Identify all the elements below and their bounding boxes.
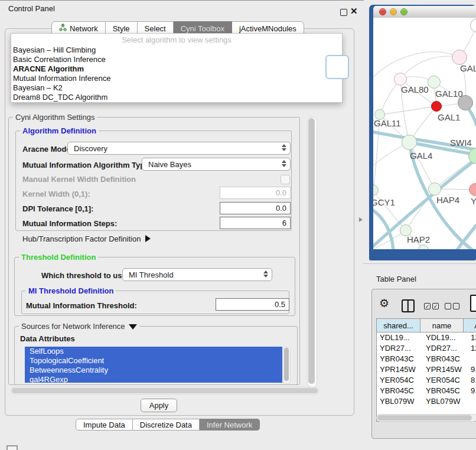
algorithm-dropdown-item[interactable]: Dream8 DC_TDC Algorithm	[12, 93, 249, 102]
table-row[interactable]: YBR043C YBR043C	[377, 354, 476, 364]
node-label-gal11: GAL11	[374, 118, 401, 128]
attribute-list-item[interactable]: SelfLoops	[25, 347, 282, 356]
node-label-swi4: SWI4	[450, 138, 472, 148]
window-top-border	[0, 0, 364, 1]
network-node-salmon-node[interactable]	[469, 183, 476, 196]
node-table: shared...nameA YDL19... YDL19... 13 YDR2…	[376, 318, 476, 422]
table-row[interactable]: YBL079W YBL079W	[377, 396, 476, 407]
combo-stepper-icon	[282, 144, 286, 151]
network-node-gal4[interactable]	[402, 135, 417, 150]
collapse-down-icon	[129, 324, 137, 330]
node-label-gal10: GAL10	[435, 89, 463, 99]
node-label-gal4: GAL4	[410, 151, 432, 161]
node-label-salmon-node: Y	[471, 196, 476, 206]
network-canvas[interactable]: GAL7GAL80GAL10GAL1GAL11GAL4SWI4HAP4YGCY1…	[373, 18, 476, 249]
table-row[interactable]: YDR27... YDR27... 12	[377, 343, 476, 354]
table-row[interactable]: YDL19... YDL19... 13	[377, 332, 476, 343]
sources-title[interactable]: Sources for Network Inference	[19, 322, 139, 331]
mi-threshold-title: MI Threshold Definition	[26, 286, 116, 295]
columns-icon[interactable]	[402, 299, 415, 312]
kernel-width-input[interactable]: 0.0	[220, 187, 291, 199]
tab-impute-data[interactable]: Impute Data	[76, 419, 133, 431]
attribute-list-item[interactable]: gal4RGexp	[25, 375, 282, 383]
algorithm-dropdown-item[interactable]: Basic Correlation Inference	[12, 55, 249, 64]
control-panel-title: Control Panel	[8, 4, 55, 13]
attribute-list-item[interactable]: TopologicalCoefficient	[25, 356, 282, 366]
table-row[interactable]: YBR045C YBR045C 9.	[377, 386, 476, 396]
minimized-panel-icon[interactable]	[6, 445, 18, 450]
dpi-tolerance-label: DPI Tolerance [0,1]:	[22, 204, 93, 213]
focused-field[interactable]	[325, 55, 349, 79]
zoom-traffic-light[interactable]	[400, 8, 407, 15]
select-all-checks-icon[interactable]: ✓ ✓	[424, 303, 439, 309]
gear-icon[interactable]: ⚙	[379, 296, 389, 310]
float-window-icon[interactable]	[340, 9, 347, 16]
table-row[interactable]: YER054C YER054C 8.	[377, 375, 476, 386]
aracne-mode-label: Aracne Mode:	[22, 145, 73, 154]
apply-button[interactable]: Apply	[141, 399, 177, 412]
minimize-traffic-light[interactable]	[390, 8, 397, 15]
dpi-tolerance-input[interactable]: 0.0	[220, 202, 291, 214]
algorithm-dropdown-item[interactable]: Bayesian – Hill Climbing	[12, 45, 249, 55]
algorithm-dropdown-item[interactable]: Mutual Information Inference	[12, 74, 249, 83]
which-threshold-label: Which threshold to use:	[41, 271, 129, 280]
table-column-header[interactable]: A	[464, 319, 476, 332]
network-window-titlebar[interactable]	[373, 6, 476, 18]
table-panel-body: ⚙ ✓ ✓ shared...nameA YDL19... YDL19... 1…	[371, 289, 476, 439]
table-row[interactable]: YLR345W YLR345W 9.	[377, 407, 476, 408]
aracne-mode-select[interactable]: Discovery	[67, 142, 291, 155]
algorithm-dropdown-item[interactable]: ARACNE Algorithm	[12, 64, 249, 74]
network-node-gal80[interactable]	[394, 73, 407, 86]
deselect-all-checks-icon[interactable]	[445, 303, 459, 309]
close-icon[interactable]: ✕	[350, 6, 358, 17]
expand-right-icon	[145, 235, 151, 242]
table-column-header[interactable]: shared...	[377, 319, 420, 332]
network-icon	[59, 24, 67, 33]
table-panel-divider	[363, 263, 476, 264]
attributes-scrollbar-thumb[interactable]	[284, 348, 289, 381]
table-horizontal-scrollbar-thumb[interactable]	[377, 415, 472, 420]
kernel-width-label: Kernel Width (0,1):	[22, 190, 90, 198]
tab-infer-network[interactable]: Infer Network	[200, 419, 260, 431]
network-node-partial-bottom[interactable]	[418, 244, 429, 249]
mi-threshold-input[interactable]: 0.5	[216, 298, 289, 311]
tab-discretize-data[interactable]: Discretize Data	[133, 419, 200, 431]
mi-algorithm-type-label: Mutual Information Algorithm Type:	[22, 161, 152, 169]
algorithm-dropdown-item[interactable]: Bayesian – K2	[12, 83, 249, 93]
network-node-gal1[interactable]	[431, 101, 442, 112]
table-column-header[interactable]: name	[420, 319, 464, 332]
attribute-list-item[interactable]: BetweennessCentrality	[25, 366, 282, 375]
network-node-swi4[interactable]	[468, 148, 476, 164]
settings-horizontal-scrollbar-thumb[interactable]	[12, 388, 318, 393]
network-node-gray-node[interactable]	[458, 95, 473, 110]
mi-algorithm-type-select[interactable]: Naive Bayes	[142, 158, 291, 171]
network-nodes-layer: GAL7GAL80GAL10GAL1GAL11GAL4SWI4HAP4YGCY1…	[373, 18, 476, 249]
network-node-partial-top[interactable]	[470, 18, 476, 32]
panel-divider-handle[interactable]	[359, 217, 363, 222]
table-rows: YDL19... YDL19... 13 YDR27... YDR27... 1…	[377, 332, 476, 408]
which-threshold-select[interactable]: MI Threshold	[122, 268, 272, 281]
node-label-gal80: GAL80	[401, 84, 429, 94]
manual-kernel-width-checkbox[interactable]	[281, 175, 290, 184]
algorithm-definition-title: Algorithm Definition	[20, 126, 99, 135]
node-label-gal7: GAL7	[460, 63, 476, 73]
data-attributes-label: Data Attributes	[20, 334, 75, 343]
table-header-row: shared...nameA	[377, 319, 476, 332]
hub-definition-toggle[interactable]: Hub/Transcription Factor Definition	[22, 234, 151, 243]
table-panel-title: Table Panel	[376, 275, 416, 283]
node-label-hap2: HAP2	[407, 234, 430, 244]
network-node-hap4[interactable]	[428, 182, 441, 195]
network-node-gcy1[interactable]	[373, 184, 379, 196]
app-root: Control Panel ✕ Network Style Select Cyn…	[0, 0, 476, 450]
document-icon[interactable]	[470, 295, 476, 312]
close-traffic-light[interactable]	[379, 8, 386, 15]
cyni-bottom-tabbar: Impute Data Discretize Data Infer Networ…	[76, 419, 260, 431]
node-label-gal1: GAL1	[438, 112, 460, 122]
mi-threshold-label: Mutual Information Threshold:	[26, 301, 137, 310]
network-node-gal10[interactable]	[428, 76, 441, 89]
node-label-hap4: HAP4	[436, 195, 459, 205]
node-label-gcy1: GCY1	[373, 197, 395, 207]
table-row[interactable]: YPR145W YPR145W 9.	[377, 364, 476, 375]
settings-vertical-scrollbar-thumb[interactable]	[308, 118, 315, 384]
mi-steps-input[interactable]: 6	[220, 217, 291, 229]
